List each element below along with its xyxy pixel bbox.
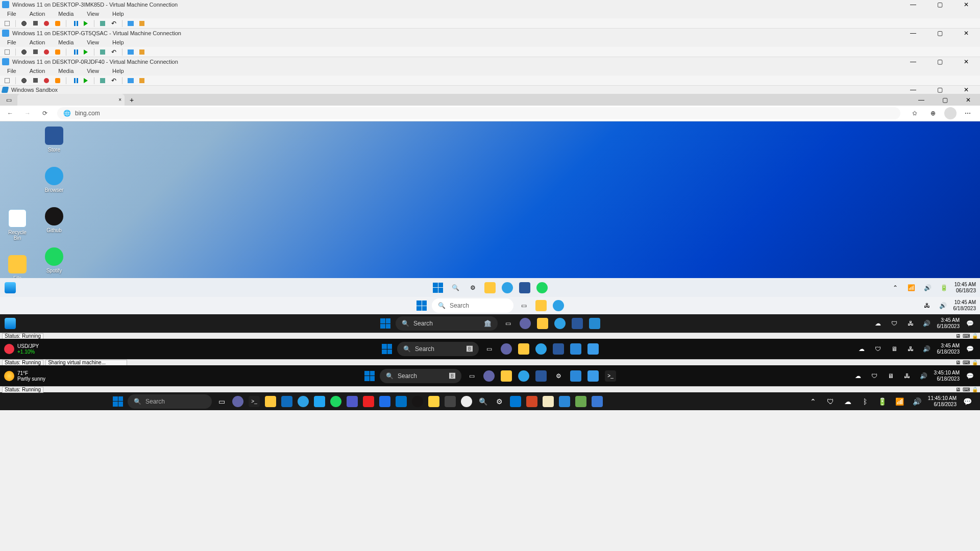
maximize-button[interactable]: ▢ (928, 0, 951, 9)
reset-icon[interactable] (82, 77, 90, 85)
revert-icon[interactable]: ↶ (110, 77, 118, 85)
notifications-icon[interactable]: 💬 (961, 395, 974, 408)
search-input[interactable]: 🔍 Search 🏛️ (396, 316, 498, 331)
address-bar[interactable]: 🌐 bing.com (57, 107, 900, 119)
wifi-icon[interactable]: 📶 (905, 282, 918, 294)
edge-icon[interactable] (517, 369, 531, 383)
menu-action[interactable]: Action (28, 67, 47, 75)
display-config-icon[interactable]: 🖥 (955, 387, 961, 392)
hyperv-manager-icon[interactable] (569, 342, 583, 356)
pause-icon[interactable] (70, 19, 79, 28)
save-icon[interactable] (54, 19, 62, 28)
menu-action[interactable]: Action (28, 38, 47, 46)
volume-icon[interactable]: 🔊 (937, 299, 949, 312)
adobe-icon[interactable] (362, 395, 375, 408)
reset-icon[interactable] (82, 19, 90, 28)
notifications-icon[interactable]: 💬 (964, 343, 976, 355)
profile-button[interactable] (944, 107, 957, 119)
forward-button[interactable]: → (22, 108, 33, 118)
terminal-icon[interactable]: >_ (248, 395, 261, 408)
calculator-icon[interactable] (444, 395, 457, 408)
reset-icon[interactable] (82, 48, 90, 56)
security-icon[interactable]: 🛡 (888, 317, 900, 330)
input-capture-icon[interactable]: ⌨ (963, 333, 970, 339)
menu-media[interactable]: Media (56, 10, 76, 18)
menu-help[interactable]: Help (110, 38, 126, 46)
calendar-icon[interactable] (280, 395, 293, 408)
browser-minimize-button[interactable]: — (910, 95, 933, 105)
input-capture-icon[interactable]: ⌨ (963, 360, 970, 365)
start-button[interactable] (380, 342, 394, 356)
task-view-icon[interactable]: ▭ (501, 316, 515, 331)
start-button[interactable] (111, 395, 125, 408)
maximize-button[interactable]: ▢ (928, 29, 951, 38)
clock[interactable]: 3:45 AM 6/18/2023 (937, 343, 960, 355)
display-config-icon[interactable]: 🖥 (955, 333, 961, 339)
onedrive-icon[interactable]: ☁ (872, 317, 884, 330)
menu-help[interactable]: Help (110, 67, 126, 75)
bluetooth-icon[interactable]: ᛒ (859, 395, 872, 408)
close-button[interactable]: ✕ (954, 0, 978, 9)
sandbox-icon[interactable] (587, 316, 602, 331)
vmconnect-icon[interactable] (586, 342, 600, 356)
minimize-button[interactable]: — (901, 0, 925, 9)
menu-view[interactable]: View (85, 38, 101, 46)
chevron-up-icon[interactable]: ⌃ (806, 395, 820, 408)
settings-icon[interactable]: ⚙ (465, 281, 480, 295)
wifi-icon[interactable]: 📶 (893, 395, 906, 408)
edge-icon[interactable] (297, 395, 310, 408)
network-icon[interactable]: 🖧 (904, 317, 917, 330)
battery-icon[interactable]: 🔋 (938, 282, 950, 294)
edge-icon[interactable] (553, 316, 567, 331)
edge-icon[interactable] (500, 281, 514, 295)
menu-file[interactable]: File (5, 10, 18, 18)
back-button[interactable]: ← (5, 108, 15, 118)
close-tab-icon[interactable]: × (118, 97, 121, 103)
shutdown-icon[interactable] (42, 77, 51, 85)
maps-icon[interactable] (574, 395, 587, 408)
search-input[interactable]: 🔍 Search 🅱 (397, 342, 479, 356)
battery-icon[interactable]: 🔋 (876, 395, 889, 408)
spotify-icon[interactable] (535, 281, 549, 295)
store-icon[interactable] (570, 316, 584, 331)
volume-icon[interactable]: 🔊 (917, 370, 929, 382)
minimize-button[interactable]: — (901, 85, 925, 94)
browser-close-button[interactable]: ✕ (957, 95, 980, 105)
file-explorer-icon[interactable] (535, 316, 550, 331)
ctrl-alt-del-icon[interactable] (3, 19, 11, 28)
network-icon[interactable]: 🖧 (904, 343, 917, 355)
security-icon[interactable]: 🛡 (872, 343, 884, 355)
spotify-icon[interactable] (329, 395, 342, 408)
start-icon[interactable] (20, 48, 28, 56)
stop-icon[interactable] (31, 77, 39, 85)
notifications-icon[interactable]: 💬 (964, 370, 976, 382)
terminal-icon[interactable]: >_ (603, 369, 618, 383)
pause-icon[interactable] (70, 77, 79, 85)
store-icon[interactable] (551, 342, 566, 356)
input-capture-icon[interactable]: ⌨ (963, 387, 970, 392)
volume-icon[interactable]: 🔊 (921, 317, 933, 330)
menu-view[interactable]: View (85, 10, 101, 18)
clock[interactable]: 11:45:10 AM 6/18/2023 (928, 395, 957, 408)
tab-actions-icon[interactable]: ▭ (0, 94, 17, 106)
powerpoint-icon[interactable] (525, 395, 538, 408)
search-input[interactable]: 🔍 Search (432, 298, 513, 313)
security-icon[interactable] (509, 395, 522, 408)
close-button[interactable]: ✕ (954, 85, 978, 94)
volume-icon[interactable]: 🔊 (911, 395, 924, 408)
snipping-tool-icon[interactable] (378, 395, 391, 408)
share-icon[interactable] (138, 77, 146, 85)
widgets-icon[interactable] (4, 317, 16, 330)
stop-icon[interactable] (31, 48, 39, 56)
save-icon[interactable] (54, 48, 62, 56)
save-icon[interactable] (54, 77, 62, 85)
enhanced-session-icon[interactable] (127, 19, 135, 28)
store-icon[interactable] (518, 281, 532, 295)
lock-icon[interactable]: 🔒 (972, 360, 978, 365)
volume-icon[interactable]: 🔊 (921, 343, 933, 355)
desktop-icon-browser[interactable]: Browser (41, 167, 67, 193)
browser-maximize-button[interactable]: ▢ (933, 95, 957, 105)
desktop-icon-file-explorer[interactable]: File Explorer (4, 255, 31, 278)
notepad-icon[interactable] (542, 395, 555, 408)
desktop[interactable]: Recycle Bin File Explorer Store Browser … (0, 121, 980, 278)
